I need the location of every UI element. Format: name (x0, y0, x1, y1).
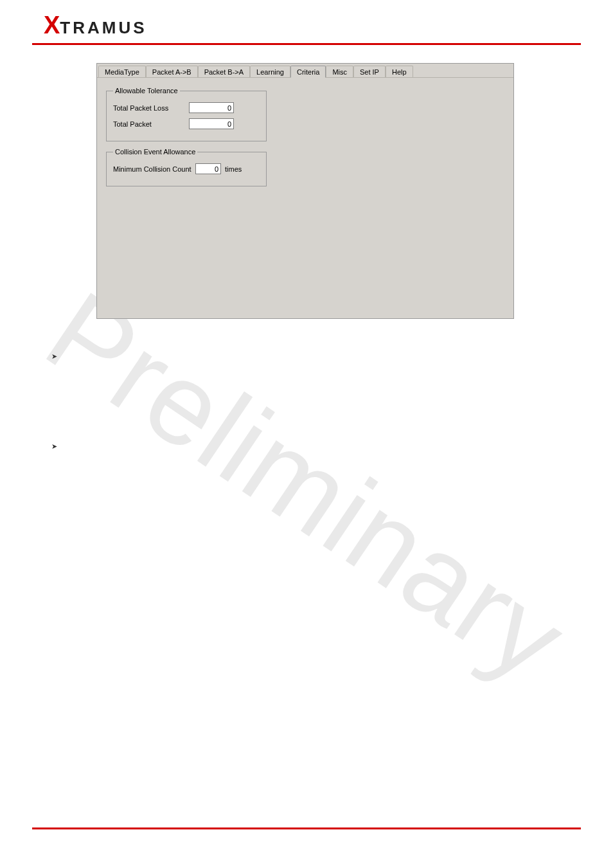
min-collision-count-label: Minimum Collision Count (113, 165, 195, 173)
tab-mediatype[interactable]: MediaType (98, 66, 146, 77)
logo-x-letter: X (44, 12, 59, 39)
tab-misc[interactable]: Misc (326, 66, 353, 77)
collision-event-allowance-group: Collision Event Allowance Minimum Collis… (106, 148, 267, 186)
min-collision-count-input[interactable] (195, 163, 221, 174)
min-collision-unit: times (225, 165, 242, 173)
allowable-tolerance-group: Allowable Tolerance Total Packet Loss To… (106, 87, 267, 141)
tab-set-ip[interactable]: Set IP (353, 66, 386, 77)
notes-list: . . . . (51, 351, 581, 451)
logo-rest-letters: TRAMUS (60, 18, 147, 38)
total-packet-loss-input[interactable] (189, 102, 234, 113)
tab-packet-b-a[interactable]: Packet B->A (198, 66, 250, 77)
tab-criteria[interactable]: Criteria (290, 66, 326, 78)
brand-logo: X TRAMUS (44, 12, 581, 39)
tab-packet-a-b[interactable]: Packet A->B (146, 66, 198, 77)
tab-learning[interactable]: Learning (250, 66, 290, 77)
footer-divider (32, 827, 581, 829)
tab-bar: MediaType Packet A->B Packet B->A Learni… (97, 64, 513, 78)
total-packet-label: Total Packet (113, 120, 189, 128)
header-divider (32, 43, 581, 45)
total-packet-input[interactable] (189, 118, 234, 129)
tab-help[interactable]: Help (386, 66, 413, 77)
criteria-panel: Allowable Tolerance Total Packet Loss To… (97, 78, 513, 202)
total-packet-loss-label: Total Packet Loss (113, 104, 189, 112)
settings-dialog: MediaType Packet A->B Packet B->A Learni… (96, 63, 514, 319)
collision-event-allowance-legend: Collision Event Allowance (113, 148, 197, 156)
allowable-tolerance-legend: Allowable Tolerance (113, 87, 180, 95)
